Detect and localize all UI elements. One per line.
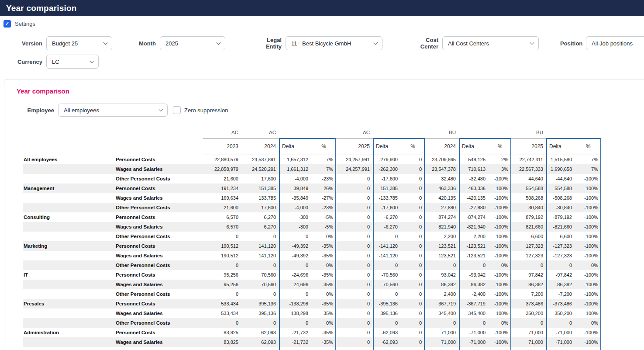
value-cell: -62,093 bbox=[373, 328, 401, 337]
value-cell: 367,719 bbox=[425, 299, 459, 308]
item-cell: Wages and Salaries bbox=[115, 337, 203, 347]
value-cell: 874,274 bbox=[425, 212, 459, 222]
value-cell: 0 bbox=[401, 280, 425, 289]
column-header: 2025 bbox=[511, 138, 546, 155]
employee-dropdown[interactable]: All employees bbox=[58, 104, 168, 117]
value-cell: 70,560 bbox=[241, 280, 279, 289]
value-cell: -26% bbox=[311, 184, 336, 193]
value-cell: -123,521 bbox=[459, 241, 489, 251]
value-cell: -127,323 bbox=[546, 241, 575, 251]
settings-checkbox[interactable]: ✓ bbox=[3, 20, 11, 28]
value-cell: 95,256 bbox=[203, 280, 241, 289]
value-cell: -123,521 bbox=[459, 251, 489, 260]
value-cell: -17,600 bbox=[373, 203, 401, 212]
group-cell bbox=[23, 193, 115, 203]
value-cell: 0 bbox=[336, 260, 373, 270]
value-cell: 0 bbox=[203, 347, 241, 350]
value-cell: 141,120 bbox=[241, 241, 279, 251]
chevron-down-icon bbox=[90, 59, 94, 63]
value-cell: -821,940 bbox=[459, 222, 489, 232]
value-cell: 71,000 bbox=[511, 328, 546, 337]
value-cell: 62,093 bbox=[241, 328, 279, 337]
value-cell: -100% bbox=[489, 270, 511, 280]
value-cell: -100% bbox=[575, 184, 601, 193]
value-cell: 350,200 bbox=[511, 308, 546, 318]
value-cell: -100% bbox=[489, 174, 511, 184]
report-title: Year comparison bbox=[17, 87, 644, 96]
legal-entity-label: Legal Entity bbox=[251, 37, 282, 50]
value-cell: -100% bbox=[575, 232, 601, 241]
value-cell: -300 bbox=[279, 222, 311, 232]
column-header: 2025 bbox=[336, 138, 373, 155]
value-cell: -49,392 bbox=[279, 251, 311, 260]
value-cell: -86,382 bbox=[459, 280, 489, 289]
value-cell: 879,192 bbox=[511, 212, 546, 222]
value-cell: -463,336 bbox=[459, 184, 489, 193]
value-cell: 0 bbox=[401, 232, 425, 241]
value-cell: 0 bbox=[401, 251, 425, 260]
cost-center-dropdown[interactable]: All Cost Centers bbox=[442, 36, 539, 50]
zero-suppression-checkbox[interactable] bbox=[173, 106, 181, 114]
value-cell: 0 bbox=[203, 289, 241, 299]
table-head: ACACACBUBU20232024Delta%2025Delta%2024De… bbox=[23, 127, 601, 155]
legal-entity-value: 11 - Best Bicycle GmbH bbox=[291, 40, 351, 47]
value-cell: -508,268 bbox=[546, 193, 575, 203]
value-cell: 0 bbox=[336, 308, 373, 318]
value-cell: 0 bbox=[425, 260, 459, 270]
item-cell: Other Personnel Costs bbox=[115, 260, 203, 270]
app-header: Year comparision bbox=[0, 0, 644, 16]
value-cell: -100% bbox=[575, 308, 601, 318]
value-cell: -100% bbox=[575, 212, 601, 222]
value-cell: 95,256 bbox=[203, 270, 241, 280]
value-cell: 0 bbox=[336, 337, 373, 347]
value-cell: 710,613 bbox=[459, 164, 489, 174]
value-cell: 0 bbox=[336, 289, 373, 299]
scenario-header-cell bbox=[575, 127, 601, 138]
legal-entity-dropdown[interactable]: 11 - Best Bicycle GmbH bbox=[286, 36, 382, 50]
table-row: Wages and Salaries533,434395,136-138,298… bbox=[23, 308, 601, 318]
value-cell: -44,640 bbox=[546, 174, 575, 184]
value-cell: 0 bbox=[336, 280, 373, 289]
month-dropdown[interactable]: 2025 bbox=[160, 36, 225, 50]
value-cell: 0 bbox=[401, 155, 425, 164]
table-row: Other Personnel Costs0000%0002,400-2,400… bbox=[23, 289, 601, 299]
value-cell: -100% bbox=[489, 289, 511, 299]
value-cell: -141,120 bbox=[373, 251, 401, 260]
group-cell bbox=[23, 280, 115, 289]
value-cell: 133,785 bbox=[241, 193, 279, 203]
item-cell: Other Personnel Costs bbox=[115, 174, 203, 184]
table-row: All employeesPersonnel Costs22,880,57924… bbox=[23, 155, 601, 164]
value-cell: -71,000 bbox=[546, 328, 575, 337]
value-cell: 27,880 bbox=[425, 203, 459, 212]
value-cell: 0 bbox=[336, 174, 373, 184]
currency-dropdown[interactable]: LC bbox=[46, 55, 99, 69]
value-cell: 93,042 bbox=[425, 270, 459, 280]
item-cell: Personnel Costs bbox=[115, 241, 203, 251]
employee-value: All employees bbox=[64, 107, 99, 114]
value-cell: 0 bbox=[336, 251, 373, 260]
value-cell: 0 bbox=[401, 164, 425, 174]
item-cell: Personnel Costs bbox=[115, 184, 203, 193]
scenario-header-cell bbox=[311, 127, 336, 138]
value-cell: -127,323 bbox=[546, 251, 575, 260]
table-row: Other Personnel Costs21,60017,600-4,000-… bbox=[23, 174, 601, 184]
value-cell: -5% bbox=[311, 212, 336, 222]
position-dropdown[interactable]: All Job positions bbox=[586, 36, 644, 50]
version-dropdown[interactable]: Budget 25 bbox=[46, 36, 112, 50]
value-cell: 62,093 bbox=[241, 337, 279, 347]
value-cell: -71,000 bbox=[459, 328, 489, 337]
value-cell: -100% bbox=[575, 174, 601, 184]
value-cell: 420,135 bbox=[425, 193, 459, 203]
value-cell: -100% bbox=[575, 241, 601, 251]
value-cell: 6,270 bbox=[241, 222, 279, 232]
value-cell: 0 bbox=[336, 184, 373, 193]
group-cell bbox=[23, 222, 115, 232]
table-row: ConsultingPersonnel Costs6,5706,270-300-… bbox=[23, 212, 601, 222]
value-cell: 1,690,658 bbox=[546, 164, 575, 174]
value-cell: 21,600 bbox=[203, 174, 241, 184]
value-cell: 24,257,991 bbox=[336, 164, 373, 174]
currency-value: LC bbox=[52, 59, 59, 65]
value-cell: -70,560 bbox=[373, 280, 401, 289]
value-cell: 0 bbox=[373, 260, 401, 270]
table-row: ManagementPersonnel Costs191,234151,385-… bbox=[23, 184, 601, 193]
